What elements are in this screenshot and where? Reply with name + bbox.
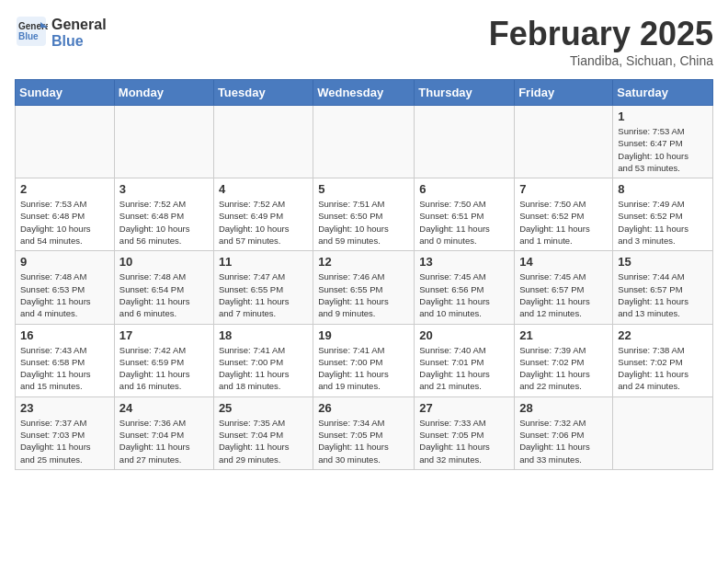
- day-cell: 20Sunrise: 7:40 AM Sunset: 7:01 PM Dayli…: [415, 324, 515, 396]
- day-number: 5: [318, 182, 409, 196]
- day-number: 20: [419, 328, 509, 342]
- calendar-table: SundayMondayTuesdayWednesdayThursdayFrid…: [15, 79, 713, 470]
- header-day-monday: Monday: [114, 80, 213, 106]
- day-cell: 25Sunrise: 7:35 AM Sunset: 7:04 PM Dayli…: [213, 396, 313, 469]
- day-cell: 15Sunrise: 7:44 AM Sunset: 6:57 PM Dayli…: [613, 251, 713, 324]
- day-number: 10: [119, 255, 209, 269]
- day-cell: 16Sunrise: 7:43 AM Sunset: 6:58 PM Dayli…: [16, 324, 115, 396]
- day-cell: 22Sunrise: 7:38 AM Sunset: 7:02 PM Dayli…: [613, 324, 713, 396]
- day-info: Sunrise: 7:32 AM Sunset: 7:06 PM Dayligh…: [519, 417, 608, 465]
- day-cell: 24Sunrise: 7:36 AM Sunset: 7:04 PM Dayli…: [114, 396, 213, 469]
- day-cell: 28Sunrise: 7:32 AM Sunset: 7:06 PM Dayli…: [515, 396, 613, 469]
- day-number: 23: [20, 401, 109, 415]
- day-number: 8: [618, 182, 708, 196]
- day-info: Sunrise: 7:50 AM Sunset: 6:51 PM Dayligh…: [419, 198, 509, 247]
- day-cell: 23Sunrise: 7:37 AM Sunset: 7:03 PM Dayli…: [16, 396, 115, 469]
- day-number: 22: [618, 328, 708, 342]
- day-info: Sunrise: 7:34 AM Sunset: 7:05 PM Dayligh…: [318, 417, 409, 465]
- day-info: Sunrise: 7:35 AM Sunset: 7:04 PM Dayligh…: [219, 417, 308, 465]
- day-number: 11: [219, 255, 308, 269]
- day-cell: 17Sunrise: 7:42 AM Sunset: 6:59 PM Dayli…: [114, 324, 213, 396]
- day-number: 13: [419, 255, 509, 269]
- day-number: 15: [618, 255, 708, 269]
- day-number: 25: [219, 401, 308, 415]
- calendar-subtitle: Tiandiba, Sichuan, China: [489, 53, 713, 68]
- day-info: Sunrise: 7:52 AM Sunset: 6:49 PM Dayligh…: [219, 198, 308, 247]
- day-number: 26: [318, 401, 409, 415]
- header-day-wednesday: Wednesday: [313, 80, 415, 106]
- logo-line1: General: [51, 17, 107, 33]
- day-cell: 27Sunrise: 7:33 AM Sunset: 7:05 PM Dayli…: [415, 396, 515, 469]
- day-cell: 10Sunrise: 7:48 AM Sunset: 6:54 PM Dayli…: [114, 251, 213, 324]
- week-row-0: 1Sunrise: 7:53 AM Sunset: 6:47 PM Daylig…: [16, 106, 713, 178]
- header: General Blue General Blue February 2025 …: [15, 15, 713, 68]
- day-number: 1: [618, 109, 708, 123]
- day-info: Sunrise: 7:45 AM Sunset: 6:56 PM Dayligh…: [419, 270, 509, 319]
- day-number: 18: [219, 328, 308, 342]
- day-info: Sunrise: 7:40 AM Sunset: 7:01 PM Dayligh…: [419, 344, 509, 393]
- week-row-3: 16Sunrise: 7:43 AM Sunset: 6:58 PM Dayli…: [16, 324, 713, 396]
- day-info: Sunrise: 7:37 AM Sunset: 7:03 PM Dayligh…: [20, 417, 109, 465]
- day-number: 9: [20, 255, 109, 269]
- day-info: Sunrise: 7:50 AM Sunset: 6:52 PM Dayligh…: [519, 198, 608, 247]
- day-number: 12: [318, 255, 409, 269]
- day-info: Sunrise: 7:41 AM Sunset: 7:00 PM Dayligh…: [318, 344, 409, 393]
- day-cell: 2Sunrise: 7:53 AM Sunset: 6:48 PM Daylig…: [16, 178, 115, 251]
- day-cell: 8Sunrise: 7:49 AM Sunset: 6:52 PM Daylig…: [613, 178, 713, 251]
- day-cell: [515, 106, 613, 178]
- day-info: Sunrise: 7:42 AM Sunset: 6:59 PM Dayligh…: [119, 344, 209, 393]
- day-info: Sunrise: 7:51 AM Sunset: 6:50 PM Dayligh…: [318, 198, 409, 247]
- day-cell: 14Sunrise: 7:45 AM Sunset: 6:57 PM Dayli…: [515, 251, 613, 324]
- day-number: 6: [419, 182, 509, 196]
- calendar-title: February 2025: [489, 15, 713, 53]
- title-block: February 2025 Tiandiba, Sichuan, China: [489, 15, 713, 68]
- day-cell: 13Sunrise: 7:45 AM Sunset: 6:56 PM Dayli…: [415, 251, 515, 324]
- day-cell: 26Sunrise: 7:34 AM Sunset: 7:05 PM Dayli…: [313, 396, 415, 469]
- day-info: Sunrise: 7:47 AM Sunset: 6:55 PM Dayligh…: [219, 270, 308, 319]
- day-cell: [313, 106, 415, 178]
- day-number: 2: [20, 182, 109, 196]
- day-number: 17: [119, 328, 209, 342]
- day-cell: 21Sunrise: 7:39 AM Sunset: 7:02 PM Dayli…: [515, 324, 613, 396]
- header-day-thursday: Thursday: [415, 80, 515, 106]
- day-info: Sunrise: 7:46 AM Sunset: 6:55 PM Dayligh…: [318, 270, 409, 319]
- day-info: Sunrise: 7:38 AM Sunset: 7:02 PM Dayligh…: [618, 344, 708, 393]
- week-row-1: 2Sunrise: 7:53 AM Sunset: 6:48 PM Daylig…: [16, 178, 713, 251]
- day-cell: 7Sunrise: 7:50 AM Sunset: 6:52 PM Daylig…: [515, 178, 613, 251]
- day-cell: [613, 396, 713, 469]
- day-number: 7: [519, 182, 608, 196]
- week-row-2: 9Sunrise: 7:48 AM Sunset: 6:53 PM Daylig…: [16, 251, 713, 324]
- day-info: Sunrise: 7:48 AM Sunset: 6:54 PM Dayligh…: [119, 270, 209, 319]
- logo-icon: General Blue: [15, 15, 48, 48]
- day-cell: 19Sunrise: 7:41 AM Sunset: 7:00 PM Dayli…: [313, 324, 415, 396]
- logo: General Blue General Blue: [15, 15, 107, 52]
- day-number: 14: [519, 255, 608, 269]
- day-cell: 18Sunrise: 7:41 AM Sunset: 7:00 PM Dayli…: [213, 324, 313, 396]
- day-info: Sunrise: 7:41 AM Sunset: 7:00 PM Dayligh…: [219, 344, 308, 393]
- day-info: Sunrise: 7:39 AM Sunset: 7:02 PM Dayligh…: [519, 344, 608, 393]
- week-row-4: 23Sunrise: 7:37 AM Sunset: 7:03 PM Dayli…: [16, 396, 713, 469]
- calendar-header-row: SundayMondayTuesdayWednesdayThursdayFrid…: [16, 80, 713, 106]
- day-cell: [415, 106, 515, 178]
- day-info: Sunrise: 7:45 AM Sunset: 6:57 PM Dayligh…: [519, 270, 608, 319]
- day-number: 19: [318, 328, 409, 342]
- day-cell: 12Sunrise: 7:46 AM Sunset: 6:55 PM Dayli…: [313, 251, 415, 324]
- header-day-sunday: Sunday: [16, 80, 115, 106]
- calendar-body: 1Sunrise: 7:53 AM Sunset: 6:47 PM Daylig…: [16, 106, 713, 470]
- day-info: Sunrise: 7:36 AM Sunset: 7:04 PM Dayligh…: [119, 417, 209, 465]
- day-number: 4: [219, 182, 308, 196]
- day-cell: 6Sunrise: 7:50 AM Sunset: 6:51 PM Daylig…: [415, 178, 515, 251]
- day-cell: 9Sunrise: 7:48 AM Sunset: 6:53 PM Daylig…: [16, 251, 115, 324]
- day-cell: 1Sunrise: 7:53 AM Sunset: 6:47 PM Daylig…: [613, 106, 713, 178]
- day-cell: [114, 106, 213, 178]
- day-info: Sunrise: 7:52 AM Sunset: 6:48 PM Dayligh…: [119, 198, 209, 247]
- day-cell: 4Sunrise: 7:52 AM Sunset: 6:49 PM Daylig…: [213, 178, 313, 251]
- day-cell: 3Sunrise: 7:52 AM Sunset: 6:48 PM Daylig…: [114, 178, 213, 251]
- header-day-friday: Friday: [515, 80, 613, 106]
- logo-line2: Blue: [51, 33, 107, 50]
- day-info: Sunrise: 7:53 AM Sunset: 6:47 PM Dayligh…: [618, 125, 708, 174]
- day-number: 3: [119, 182, 209, 196]
- svg-text:Blue: Blue: [18, 31, 39, 41]
- day-info: Sunrise: 7:44 AM Sunset: 6:57 PM Dayligh…: [618, 270, 708, 319]
- day-info: Sunrise: 7:48 AM Sunset: 6:53 PM Dayligh…: [20, 270, 109, 319]
